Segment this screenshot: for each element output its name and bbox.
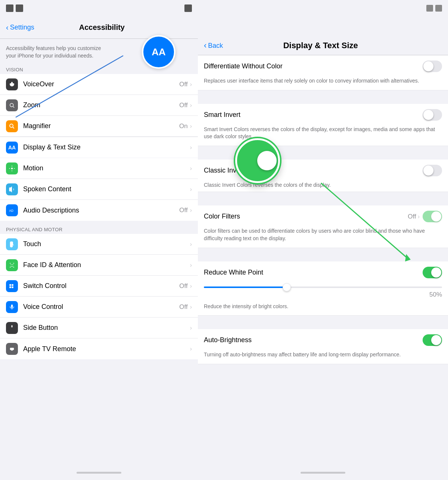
smart-invert-label: Smart Invert [204, 111, 423, 119]
touch-item[interactable]: Touch › [0, 234, 198, 255]
svg-rect-14 [12, 286, 13, 288]
reduce-white-point-row: Reduce White Point [198, 261, 448, 284]
voiceover-icon [6, 78, 18, 90]
apple-tv-item[interactable]: Apple TV Remote › [0, 338, 198, 359]
right-nav-title: Display & Text Size [229, 41, 412, 50]
smart-invert-toggle-knob [423, 110, 433, 120]
classic-invert-section: Classic Invert Classic Invert Colors rev… [198, 160, 448, 192]
svg-rect-16 [12, 325, 13, 327]
reduce-white-point-label: Reduce White Point [204, 269, 423, 276]
color-filters-toggle[interactable] [423, 211, 442, 222]
magnifier-item[interactable]: Magnifier On › [0, 116, 198, 137]
magnifier-value: On [179, 123, 188, 130]
svg-rect-11 [9, 284, 11, 286]
right-back-chevron-icon: ‹ [204, 41, 206, 50]
home-indicator-right [198, 465, 448, 480]
auto-brightness-desc: Turning off auto-brightness may affect b… [198, 351, 448, 364]
display-text-size-label: Display & Text Size [23, 143, 190, 151]
motion-label: Motion [23, 164, 190, 172]
zoom-label: Zoom [23, 101, 179, 109]
audio-descriptions-label: Audio Descriptions [23, 207, 179, 214]
right-content: Differentiate Without Color Replaces use… [198, 55, 448, 465]
reduce-white-point-desc: Reduce the intensity of bright colors. [198, 303, 448, 316]
display-text-back-button[interactable]: ‹ Back [204, 41, 223, 50]
smart-invert-toggle[interactable] [423, 109, 442, 121]
differentiate-toggle-knob [423, 61, 433, 71]
separator-2 [198, 146, 448, 160]
status-indicator [6, 4, 13, 12]
settings-back-button[interactable]: ‹ Settings [6, 23, 34, 32]
reduce-white-point-toggle[interactable] [423, 267, 442, 278]
status-indicator-3 [184, 4, 192, 12]
svg-point-1 [10, 103, 13, 106]
nav-bar-left: ‹ Settings Accessibility [0, 16, 198, 39]
svg-rect-12 [12, 284, 13, 286]
spoken-content-item[interactable]: Spoken Content › [0, 179, 198, 200]
audio-descriptions-item[interactable]: AD Audio Descriptions Off › [0, 200, 198, 221]
physical-group: Touch › Face ID & Attention › Switch Con… [0, 234, 198, 359]
status-sq-2 [435, 5, 442, 12]
switch-control-label: Switch Control [23, 282, 179, 290]
face-id-icon [6, 259, 18, 271]
aa-circle: AA [142, 35, 175, 69]
zoom-value: Off [179, 102, 187, 109]
voiceover-value: Off [179, 81, 187, 88]
differentiate-toggle[interactable] [423, 61, 442, 72]
zoom-item[interactable]: Zoom Off › [0, 95, 198, 116]
switch-control-value: Off [179, 282, 187, 290]
left-panel: ‹ Settings Accessibility Accessibility f… [0, 0, 198, 480]
slider-track [204, 287, 442, 288]
switch-control-icon [6, 280, 18, 292]
voice-control-value: Off [179, 303, 187, 311]
voice-control-icon [6, 301, 18, 313]
color-filters-row: Color Filters Off › [198, 205, 448, 227]
reduce-white-point-toggle-knob [431, 267, 441, 278]
differentiate-desc: Replaces user interface items that rely … [198, 77, 448, 90]
side-button-item[interactable]: Side Button › [0, 318, 198, 338]
differentiate-section: Differentiate Without Color Replaces use… [198, 55, 448, 90]
color-filters-section: Color Filters Off › Color filters can be… [198, 205, 448, 248]
color-filters-desc: Color filters can be used to differentia… [198, 227, 448, 247]
svg-rect-7 [10, 267, 11, 267]
display-text-size-chevron-icon: › [190, 144, 192, 151]
apple-tv-icon [6, 343, 18, 355]
classic-invert-desc: Classic Invert Colors reverses the color… [198, 182, 448, 192]
svg-rect-6 [13, 263, 14, 264]
switch-control-item[interactable]: Switch Control Off › [0, 276, 198, 297]
display-text-size-item[interactable]: AA Display & Text Size › [0, 137, 198, 158]
magnifier-chevron-icon: › [190, 123, 192, 130]
svg-point-3 [11, 167, 13, 169]
side-button-icon [6, 322, 18, 334]
aa-icon-text: AA [152, 46, 166, 58]
audio-descriptions-chevron-icon: › [190, 207, 192, 214]
color-filters-chevron-icon: › [418, 213, 420, 220]
motion-group: Motion › Spoken Content › AD Audio Descr… [0, 158, 198, 221]
back-label: Settings [10, 24, 34, 31]
right-panel: ‹ Back Display & Text Size Differentiate… [198, 0, 448, 480]
classic-invert-toggle[interactable] [423, 165, 442, 176]
voice-control-chevron-icon: › [190, 304, 192, 310]
face-id-item[interactable]: Face ID & Attention › [0, 255, 198, 276]
svg-rect-17 [10, 348, 14, 350]
classic-invert-toggle-knob [423, 165, 433, 176]
motion-icon [6, 162, 18, 174]
smart-invert-desc: Smart Invert Colors reverses the colors … [198, 126, 448, 146]
svg-point-10 [12, 264, 13, 265]
voiceover-item[interactable]: VoiceOver Off › [0, 74, 198, 95]
separator-3 [198, 192, 448, 205]
switch-control-chevron-icon: › [190, 283, 192, 289]
accessibility-description: Accessibility features help you customiz… [6, 45, 103, 59]
status-bar-right [198, 0, 448, 16]
separator-4 [198, 248, 448, 261]
auto-brightness-section: Auto-Brightness Turning off auto-brightn… [198, 329, 448, 364]
slider-thumb[interactable] [283, 283, 291, 291]
voice-control-item[interactable]: Voice Control Off › [0, 297, 198, 318]
color-filters-toggle-knob [431, 211, 441, 222]
auto-brightness-toggle[interactable] [423, 334, 442, 346]
zoom-chevron-icon: › [190, 102, 192, 109]
svg-rect-5 [10, 263, 11, 264]
motion-item[interactable]: Motion › [0, 158, 198, 179]
magnifier-icon [6, 120, 18, 132]
color-filters-label: Color Filters [204, 213, 408, 220]
zoom-icon [6, 99, 18, 111]
